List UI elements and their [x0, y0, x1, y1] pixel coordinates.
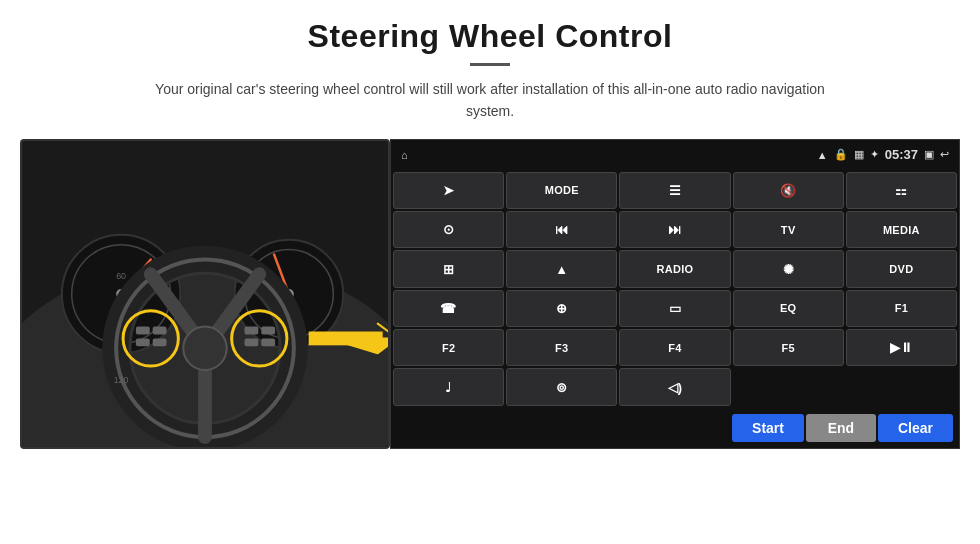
status-right: ▲ 🔒 ▦ ✦ 05:37 ▣ ↩	[817, 147, 949, 162]
svg-rect-23	[244, 326, 258, 334]
ctrl-btn-r2c4[interactable]: TV	[733, 211, 844, 248]
bottom-bar: Start End Clear	[391, 408, 959, 448]
status-left: ⌂	[401, 149, 408, 161]
svg-text:120: 120	[114, 375, 129, 385]
settings-icon: ⊙	[443, 222, 454, 237]
prev-icon: ⏮	[555, 222, 568, 237]
playpause-icon: ▶⏸	[890, 340, 914, 355]
ctrl-btn-r3c5[interactable]: DVD	[846, 250, 957, 287]
navigate-icon: ➤	[443, 183, 454, 198]
svg-rect-19	[136, 326, 150, 334]
button-grid: ➤MODE☰🔇⚏⊙⏮⏭TVMEDIA⊞▲RADIO✺DVD☎⊕▭EQF1F2F3…	[391, 170, 959, 408]
ctrl-btn-r3c4[interactable]: ✺	[733, 250, 844, 287]
status-bar: ⌂ ▲ 🔒 ▦ ✦ 05:37 ▣ ↩	[391, 140, 959, 170]
svg-rect-22	[153, 338, 167, 346]
svg-point-16	[183, 326, 226, 369]
mute-icon: 🔇	[780, 183, 796, 198]
menu-icon: ☰	[669, 183, 681, 198]
volume-icon: ◁)	[668, 380, 683, 395]
page-title: Steering Wheel Control	[308, 18, 673, 55]
ctrl-btn-r4c2[interactable]: ⊕	[506, 290, 617, 327]
bluetooth-icon: ✦	[870, 148, 879, 161]
lock-icon: 🔒	[834, 148, 848, 161]
start-button[interactable]: Start	[732, 414, 804, 442]
brightness-icon: ✺	[783, 262, 794, 277]
ctrl-btn-r6c4[interactable]	[733, 368, 844, 405]
page-container: Steering Wheel Control Your original car…	[0, 0, 980, 544]
ctrl-btn-r1c4[interactable]: 🔇	[733, 172, 844, 209]
ctrl-btn-r3c2[interactable]: ▲	[506, 250, 617, 287]
wifi-icon: ▲	[817, 149, 828, 161]
ctrl-btn-r2c2[interactable]: ⏮	[506, 211, 617, 248]
camera360-icon: ⊞	[443, 262, 454, 277]
page-subtitle: Your original car's steering wheel contr…	[140, 78, 840, 123]
panel-icon: ▭	[669, 301, 681, 316]
end-button[interactable]: End	[806, 414, 876, 442]
gps-icon: ⊕	[556, 301, 567, 316]
svg-rect-28	[309, 331, 383, 345]
control-panel: ⌂ ▲ 🔒 ▦ ✦ 05:37 ▣ ↩ ➤MODE☰🔇⚏⊙⏮⏭TVMEDIA⊞▲…	[390, 139, 960, 449]
ctrl-btn-r2c1[interactable]: ⊙	[393, 211, 504, 248]
sim-icon: ▦	[854, 148, 864, 161]
svg-rect-20	[136, 338, 150, 346]
ctrl-btn-r4c3[interactable]: ▭	[619, 290, 730, 327]
ctrl-btn-r5c4[interactable]: F5	[733, 329, 844, 366]
apps-icon: ⚏	[895, 183, 907, 198]
ctrl-btn-r5c1[interactable]: F2	[393, 329, 504, 366]
eject-icon: ▲	[555, 262, 568, 277]
ctrl-btn-r1c5[interactable]: ⚏	[846, 172, 957, 209]
ctrl-btn-r5c5[interactable]: ▶⏸	[846, 329, 957, 366]
status-time: 05:37	[885, 147, 918, 162]
ctrl-btn-r4c1[interactable]: ☎	[393, 290, 504, 327]
ctrl-btn-r6c2[interactable]: ⊚	[506, 368, 617, 405]
svg-rect-26	[261, 338, 275, 346]
content-area: 120 60 ⌂ ▲ 🔒 ▦ ✦ 05:37 ▣ ↩	[20, 139, 960, 544]
steering-wheel-image: 120 60	[20, 139, 390, 449]
title-divider	[470, 63, 510, 66]
home-icon: ⌂	[401, 149, 408, 161]
ctrl-btn-r1c3[interactable]: ☰	[619, 172, 730, 209]
ctrl-btn-r5c3[interactable]: F4	[619, 329, 730, 366]
ctrl-btn-r3c1[interactable]: ⊞	[393, 250, 504, 287]
ctrl-btn-r3c3[interactable]: RADIO	[619, 250, 730, 287]
svg-rect-25	[261, 326, 275, 334]
music-icon: ♩	[445, 380, 451, 395]
ctrl-btn-r4c4[interactable]: EQ	[733, 290, 844, 327]
ctrl-btn-r2c5[interactable]: MEDIA	[846, 211, 957, 248]
ctrl-btn-r6c1[interactable]: ♩	[393, 368, 504, 405]
call-icon: ☎	[440, 301, 456, 316]
next-icon: ⏭	[668, 222, 681, 237]
ctrl-btn-r2c3[interactable]: ⏭	[619, 211, 730, 248]
svg-text:60: 60	[116, 271, 126, 281]
mic-icon: ⊚	[556, 380, 567, 395]
ctrl-btn-r5c2[interactable]: F3	[506, 329, 617, 366]
svg-rect-24	[244, 338, 258, 346]
screen-icon: ▣	[924, 148, 934, 161]
svg-rect-21	[153, 326, 167, 334]
ctrl-btn-r6c3[interactable]: ◁)	[619, 368, 730, 405]
back-icon: ↩	[940, 148, 949, 161]
ctrl-btn-r6c5[interactable]	[846, 368, 957, 405]
ctrl-btn-r1c2[interactable]: MODE	[506, 172, 617, 209]
clear-button[interactable]: Clear	[878, 414, 953, 442]
ctrl-btn-r1c1[interactable]: ➤	[393, 172, 504, 209]
ctrl-btn-r4c5[interactable]: F1	[846, 290, 957, 327]
